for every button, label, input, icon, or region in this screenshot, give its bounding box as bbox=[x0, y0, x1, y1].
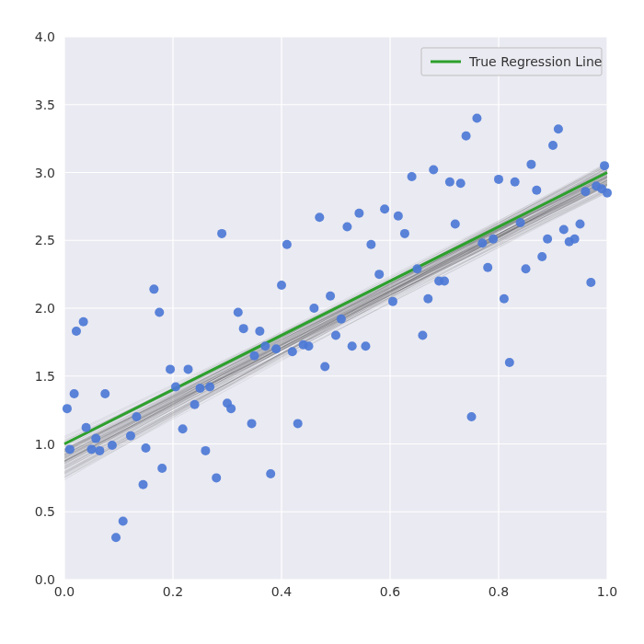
chart-container: True Regression Line 0.00.20.40.60.81.0 … bbox=[0, 0, 644, 644]
data-point bbox=[260, 341, 270, 351]
y-tick-label: 0.5 bbox=[35, 504, 55, 519]
data-point bbox=[532, 186, 541, 195]
legend: True Regression Line bbox=[421, 48, 602, 75]
data-point bbox=[348, 341, 357, 351]
data-point bbox=[467, 412, 477, 421]
data-point bbox=[155, 307, 164, 316]
data-point bbox=[445, 178, 454, 187]
data-point bbox=[70, 389, 79, 398]
data-point bbox=[548, 141, 558, 150]
data-point bbox=[543, 235, 552, 244]
y-tick-label: 2.5 bbox=[35, 233, 55, 247]
data-point bbox=[413, 264, 422, 273]
data-point bbox=[309, 304, 318, 313]
data-point bbox=[418, 331, 427, 340]
x-tick-label: 0.8 bbox=[489, 584, 509, 599]
data-point bbox=[576, 220, 585, 229]
data-point bbox=[331, 331, 340, 340]
data-point bbox=[157, 464, 167, 473]
data-point bbox=[366, 240, 375, 249]
data-point bbox=[500, 294, 509, 304]
data-point bbox=[201, 446, 210, 455]
data-point bbox=[266, 469, 275, 478]
data-point bbox=[79, 317, 88, 327]
data-point bbox=[171, 383, 180, 392]
x-tick-label: 0.6 bbox=[380, 584, 400, 599]
data-point bbox=[581, 187, 590, 196]
data-point bbox=[91, 434, 100, 443]
data-point bbox=[462, 132, 471, 141]
data-point bbox=[205, 383, 214, 392]
data-point bbox=[489, 235, 498, 244]
data-point bbox=[212, 473, 221, 482]
data-point bbox=[87, 444, 97, 454]
x-tick-label: 0.4 bbox=[271, 584, 292, 599]
data-point bbox=[388, 297, 397, 306]
data-point bbox=[190, 400, 200, 409]
data-point bbox=[494, 175, 503, 184]
data-point bbox=[178, 424, 188, 433]
data-point bbox=[505, 358, 514, 367]
data-point bbox=[132, 412, 141, 421]
data-point bbox=[477, 238, 487, 247]
data-point bbox=[400, 229, 409, 238]
data-point bbox=[380, 204, 389, 213]
data-point bbox=[108, 441, 117, 450]
data-point bbox=[554, 124, 563, 133]
data-point bbox=[277, 281, 286, 290]
data-point bbox=[342, 223, 351, 232]
data-point bbox=[429, 166, 438, 175]
y-tick-label: 4.0 bbox=[35, 29, 55, 44]
y-tick-label: 0.0 bbox=[35, 572, 55, 587]
data-point bbox=[537, 252, 546, 261]
scatter-regression-chart: True Regression Line 0.00.20.40.60.81.0 … bbox=[0, 0, 644, 644]
x-axis-ticks: 0.00.20.40.60.81.0 bbox=[54, 584, 617, 599]
data-point bbox=[271, 344, 281, 353]
y-tick-label: 3.5 bbox=[35, 98, 55, 112]
data-point bbox=[72, 327, 81, 336]
data-point bbox=[282, 240, 292, 249]
data-point bbox=[361, 341, 370, 351]
data-point bbox=[526, 160, 535, 169]
data-point bbox=[305, 341, 314, 351]
data-point bbox=[226, 404, 236, 413]
x-tick-label: 0.0 bbox=[54, 584, 75, 599]
data-point bbox=[374, 270, 384, 279]
data-point bbox=[82, 423, 91, 432]
data-point bbox=[440, 277, 449, 286]
data-point bbox=[408, 172, 417, 181]
data-point bbox=[255, 327, 264, 336]
data-point bbox=[451, 220, 460, 229]
data-point bbox=[315, 213, 324, 222]
data-point bbox=[600, 161, 609, 170]
data-point bbox=[559, 224, 569, 234]
x-tick-label: 0.2 bbox=[163, 584, 183, 599]
data-point bbox=[320, 362, 329, 371]
data-point bbox=[394, 212, 403, 221]
y-tick-label: 1.5 bbox=[35, 369, 55, 384]
data-point bbox=[326, 292, 335, 301]
data-point bbox=[149, 284, 158, 293]
data-point bbox=[111, 533, 121, 542]
data-point bbox=[63, 404, 72, 413]
plot-area: True Regression Line bbox=[63, 37, 612, 580]
y-tick-label: 1.0 bbox=[35, 437, 55, 452]
data-point bbox=[288, 347, 297, 356]
data-point bbox=[234, 307, 243, 316]
data-point bbox=[65, 444, 75, 454]
data-point bbox=[95, 446, 104, 455]
data-point bbox=[119, 517, 128, 526]
y-tick-label: 2.0 bbox=[35, 301, 55, 316]
data-point bbox=[522, 264, 531, 273]
data-point bbox=[166, 364, 175, 374]
data-point bbox=[293, 419, 303, 428]
data-point bbox=[139, 480, 148, 489]
data-point bbox=[511, 178, 520, 187]
data-point bbox=[423, 294, 432, 304]
data-point bbox=[100, 389, 109, 398]
data-point bbox=[337, 315, 346, 324]
data-point bbox=[354, 209, 363, 218]
data-point bbox=[603, 189, 612, 198]
x-tick-label: 1.0 bbox=[597, 584, 617, 599]
data-point bbox=[142, 443, 151, 453]
